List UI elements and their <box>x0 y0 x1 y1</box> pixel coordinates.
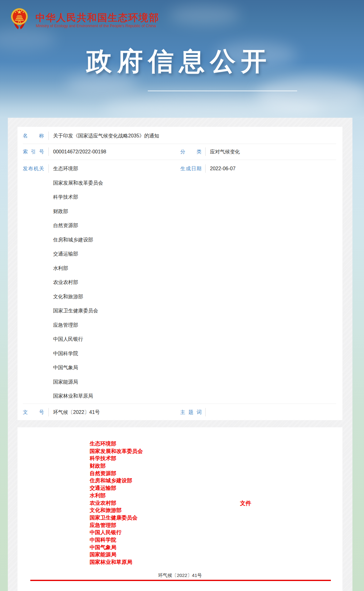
index-label: 索引号 <box>23 149 44 155</box>
publisher-item: 国家卫生健康委员会 <box>53 304 103 318</box>
date-label: 生成日期 <box>180 166 202 172</box>
row-divider <box>23 160 336 160</box>
agency-item: 国家林业和草原局 <box>90 559 143 566</box>
label-divider <box>48 147 49 156</box>
label-divider <box>48 132 49 140</box>
publisher-item: 财政部 <box>53 204 103 219</box>
publisher-item: 中国人民银行 <box>53 332 103 346</box>
red-rule-divider <box>30 580 331 581</box>
index-value: 000014672/2022-00198 <box>53 149 106 155</box>
agency-item: 自然资源部 <box>90 470 143 477</box>
content-wrapper: 名称 关于印发《国家适应气候变化战略2035》的通知 索引号 000014672… <box>8 118 352 591</box>
agency-item: 国家发展和改革委员会 <box>90 448 143 455</box>
subject-label: 主题词 <box>180 409 202 415</box>
publisher-item: 科学技术部 <box>53 190 103 204</box>
agency-item: 交通运输部 <box>90 484 143 492</box>
row-divider <box>23 144 336 144</box>
label-divider <box>205 164 206 173</box>
publisher-item: 自然资源部 <box>53 218 103 233</box>
metadata-card: 名称 关于印发《国家适应气候变化战略2035》的通知 索引号 000014672… <box>17 127 342 420</box>
label-divider <box>48 164 49 173</box>
document-type-label: 文件 <box>240 499 251 507</box>
agency-item: 科学技术部 <box>90 455 143 462</box>
publisher-item: 国家能源局 <box>53 375 103 389</box>
agency-item: 中国气象局 <box>90 544 143 551</box>
agency-item: 财政部 <box>90 462 143 470</box>
page-title: 政府信息公开 <box>86 44 272 79</box>
publisher-item: 生态环境部 <box>53 161 103 176</box>
publisher-item: 国家林业和草原局 <box>53 389 103 403</box>
agency-item: 国家卫生健康委员会 <box>90 514 143 522</box>
ministry-subtitle: Ministry of Ecology and Environment of t… <box>36 24 156 28</box>
agency-item: 文化和旅游部 <box>90 507 143 514</box>
docnum-value: 环气候〔2022〕41号 <box>53 409 100 415</box>
publisher-item: 农业农村部 <box>53 275 103 290</box>
agency-item: 住房和城乡建设部 <box>90 477 143 484</box>
agency-item: 中国科学院 <box>90 536 143 544</box>
agency-item: 农业农村部 <box>90 499 143 507</box>
national-emblem-icon[interactable] <box>10 7 28 31</box>
cloud-decoration <box>0 28 56 50</box>
agency-list: 生态环境部国家发展和改革委员会科学技术部财政部自然资源部住房和城乡建设部交通运输… <box>90 440 143 566</box>
cloud-decoration <box>169 6 241 25</box>
row-divider <box>23 404 336 404</box>
agency-item: 中国人民银行 <box>90 529 143 536</box>
category-value: 应对气候变化 <box>210 149 240 155</box>
publisher-item: 中国科学院 <box>53 346 103 361</box>
document-card: 生态环境部国家发展和改革委员会科学技术部财政部自然资源部住房和城乡建设部交通运输… <box>17 427 342 591</box>
agency-item: 生态环境部 <box>90 440 143 448</box>
docnum-label: 文号 <box>23 409 44 415</box>
name-value: 关于印发《国家适应气候变化战略2035》的通知 <box>53 133 159 139</box>
publisher-item: 文化和旅游部 <box>53 290 103 304</box>
label-divider <box>205 147 206 156</box>
publisher-item: 交通运输部 <box>53 247 103 261</box>
publisher-item: 住房和城乡建设部 <box>53 233 103 247</box>
document-number: 环气候〔2022〕41号 <box>17 573 342 579</box>
label-divider <box>48 408 49 416</box>
date-value: 2022-06-07 <box>210 166 236 172</box>
ministry-title[interactable]: 中华人民共和国生态环境部 <box>36 11 159 24</box>
label-divider <box>205 408 206 416</box>
publisher-item: 国家发展和改革委员会 <box>53 176 103 190</box>
name-label: 名称 <box>23 133 44 139</box>
agency-item: 国家能源局 <box>90 551 143 559</box>
title-underline <box>148 91 297 91</box>
publisher-list: 生态环境部国家发展和改革委员会科学技术部财政部自然资源部住房和城乡建设部交通运输… <box>53 161 103 403</box>
category-label: 分类 <box>180 149 202 155</box>
agency-item: 水利部 <box>90 492 143 499</box>
agency-item: 应急管理部 <box>90 522 143 529</box>
publisher-item: 水利部 <box>53 261 103 276</box>
publisher-item: 应急管理部 <box>53 318 103 332</box>
publisher-label: 发布机关 <box>23 166 44 172</box>
publisher-item: 中国气象局 <box>53 360 103 375</box>
page: 中华人民共和国生态环境部 Ministry of Ecology and Env… <box>0 0 364 591</box>
